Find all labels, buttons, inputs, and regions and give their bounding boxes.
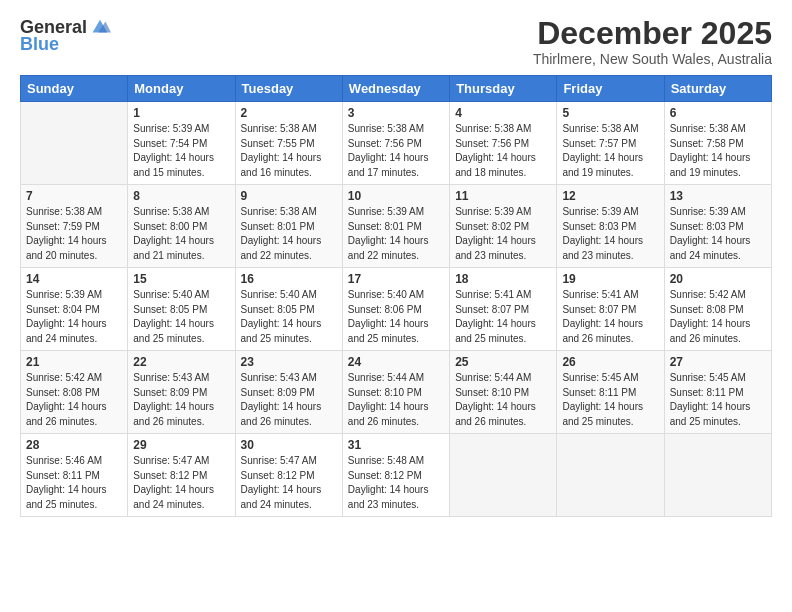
day-info: Sunrise: 5:39 AMSunset: 8:03 PMDaylight:… [670,205,766,263]
day-info: Sunrise: 5:40 AMSunset: 8:06 PMDaylight:… [348,288,444,346]
table-row: 31Sunrise: 5:48 AMSunset: 8:12 PMDayligh… [342,434,449,517]
table-row: 14Sunrise: 5:39 AMSunset: 8:04 PMDayligh… [21,268,128,351]
calendar: Sunday Monday Tuesday Wednesday Thursday… [20,75,772,517]
day-number: 14 [26,272,122,286]
table-row: 8Sunrise: 5:38 AMSunset: 8:00 PMDaylight… [128,185,235,268]
table-row: 21Sunrise: 5:42 AMSunset: 8:08 PMDayligh… [21,351,128,434]
day-info: Sunrise: 5:47 AMSunset: 8:12 PMDaylight:… [241,454,337,512]
day-number: 17 [348,272,444,286]
day-info: Sunrise: 5:41 AMSunset: 8:07 PMDaylight:… [455,288,551,346]
day-number: 2 [241,106,337,120]
day-info: Sunrise: 5:38 AMSunset: 7:56 PMDaylight:… [348,122,444,180]
day-info: Sunrise: 5:38 AMSunset: 7:58 PMDaylight:… [670,122,766,180]
table-row [664,434,771,517]
day-info: Sunrise: 5:43 AMSunset: 8:09 PMDaylight:… [241,371,337,429]
day-number: 12 [562,189,658,203]
day-number: 24 [348,355,444,369]
table-row: 9Sunrise: 5:38 AMSunset: 8:01 PMDaylight… [235,185,342,268]
table-row [557,434,664,517]
week-row-5: 28Sunrise: 5:46 AMSunset: 8:11 PMDayligh… [21,434,772,517]
day-number: 4 [455,106,551,120]
day-info: Sunrise: 5:40 AMSunset: 8:05 PMDaylight:… [133,288,229,346]
day-number: 23 [241,355,337,369]
day-info: Sunrise: 5:38 AMSunset: 7:57 PMDaylight:… [562,122,658,180]
table-row: 24Sunrise: 5:44 AMSunset: 8:10 PMDayligh… [342,351,449,434]
table-row: 1Sunrise: 5:39 AMSunset: 7:54 PMDaylight… [128,102,235,185]
table-row: 18Sunrise: 5:41 AMSunset: 8:07 PMDayligh… [450,268,557,351]
page-container: General Blue December 2025 Thirlmere, Ne… [0,0,792,527]
day-number: 31 [348,438,444,452]
table-row: 30Sunrise: 5:47 AMSunset: 8:12 PMDayligh… [235,434,342,517]
table-row: 29Sunrise: 5:47 AMSunset: 8:12 PMDayligh… [128,434,235,517]
day-number: 7 [26,189,122,203]
table-row: 23Sunrise: 5:43 AMSunset: 8:09 PMDayligh… [235,351,342,434]
table-row: 19Sunrise: 5:41 AMSunset: 8:07 PMDayligh… [557,268,664,351]
day-number: 21 [26,355,122,369]
day-number: 29 [133,438,229,452]
table-row: 6Sunrise: 5:38 AMSunset: 7:58 PMDaylight… [664,102,771,185]
logo: General Blue [20,16,111,55]
table-row: 10Sunrise: 5:39 AMSunset: 8:01 PMDayligh… [342,185,449,268]
day-number: 27 [670,355,766,369]
col-friday: Friday [557,76,664,102]
day-info: Sunrise: 5:47 AMSunset: 8:12 PMDaylight:… [133,454,229,512]
table-row: 12Sunrise: 5:39 AMSunset: 8:03 PMDayligh… [557,185,664,268]
table-row: 28Sunrise: 5:46 AMSunset: 8:11 PMDayligh… [21,434,128,517]
day-number: 9 [241,189,337,203]
calendar-header-row: Sunday Monday Tuesday Wednesday Thursday… [21,76,772,102]
day-info: Sunrise: 5:39 AMSunset: 7:54 PMDaylight:… [133,122,229,180]
day-number: 25 [455,355,551,369]
day-number: 6 [670,106,766,120]
day-number: 11 [455,189,551,203]
day-info: Sunrise: 5:40 AMSunset: 8:05 PMDaylight:… [241,288,337,346]
day-number: 5 [562,106,658,120]
day-info: Sunrise: 5:45 AMSunset: 8:11 PMDaylight:… [670,371,766,429]
col-wednesday: Wednesday [342,76,449,102]
table-row: 20Sunrise: 5:42 AMSunset: 8:08 PMDayligh… [664,268,771,351]
day-number: 30 [241,438,337,452]
col-monday: Monday [128,76,235,102]
day-info: Sunrise: 5:44 AMSunset: 8:10 PMDaylight:… [348,371,444,429]
logo-blue: Blue [20,34,59,55]
day-number: 18 [455,272,551,286]
table-row: 13Sunrise: 5:39 AMSunset: 8:03 PMDayligh… [664,185,771,268]
col-tuesday: Tuesday [235,76,342,102]
day-number: 3 [348,106,444,120]
col-saturday: Saturday [664,76,771,102]
table-row: 5Sunrise: 5:38 AMSunset: 7:57 PMDaylight… [557,102,664,185]
day-number: 20 [670,272,766,286]
day-number: 1 [133,106,229,120]
day-number: 22 [133,355,229,369]
day-info: Sunrise: 5:42 AMSunset: 8:08 PMDaylight:… [670,288,766,346]
logo-icon [89,16,111,38]
title-block: December 2025 Thirlmere, New South Wales… [533,16,772,67]
week-row-1: 1Sunrise: 5:39 AMSunset: 7:54 PMDaylight… [21,102,772,185]
day-info: Sunrise: 5:38 AMSunset: 7:59 PMDaylight:… [26,205,122,263]
table-row: 11Sunrise: 5:39 AMSunset: 8:02 PMDayligh… [450,185,557,268]
day-info: Sunrise: 5:44 AMSunset: 8:10 PMDaylight:… [455,371,551,429]
header: General Blue December 2025 Thirlmere, Ne… [20,16,772,67]
day-info: Sunrise: 5:42 AMSunset: 8:08 PMDaylight:… [26,371,122,429]
table-row: 25Sunrise: 5:44 AMSunset: 8:10 PMDayligh… [450,351,557,434]
day-info: Sunrise: 5:39 AMSunset: 8:03 PMDaylight:… [562,205,658,263]
table-row: 26Sunrise: 5:45 AMSunset: 8:11 PMDayligh… [557,351,664,434]
table-row: 15Sunrise: 5:40 AMSunset: 8:05 PMDayligh… [128,268,235,351]
col-thursday: Thursday [450,76,557,102]
table-row: 16Sunrise: 5:40 AMSunset: 8:05 PMDayligh… [235,268,342,351]
day-info: Sunrise: 5:39 AMSunset: 8:04 PMDaylight:… [26,288,122,346]
day-number: 28 [26,438,122,452]
day-number: 19 [562,272,658,286]
week-row-4: 21Sunrise: 5:42 AMSunset: 8:08 PMDayligh… [21,351,772,434]
month-title: December 2025 [533,16,772,51]
week-row-2: 7Sunrise: 5:38 AMSunset: 7:59 PMDaylight… [21,185,772,268]
week-row-3: 14Sunrise: 5:39 AMSunset: 8:04 PMDayligh… [21,268,772,351]
table-row [450,434,557,517]
table-row: 17Sunrise: 5:40 AMSunset: 8:06 PMDayligh… [342,268,449,351]
day-number: 10 [348,189,444,203]
table-row: 3Sunrise: 5:38 AMSunset: 7:56 PMDaylight… [342,102,449,185]
day-number: 16 [241,272,337,286]
table-row: 2Sunrise: 5:38 AMSunset: 7:55 PMDaylight… [235,102,342,185]
day-number: 26 [562,355,658,369]
day-info: Sunrise: 5:38 AMSunset: 7:56 PMDaylight:… [455,122,551,180]
day-info: Sunrise: 5:48 AMSunset: 8:12 PMDaylight:… [348,454,444,512]
